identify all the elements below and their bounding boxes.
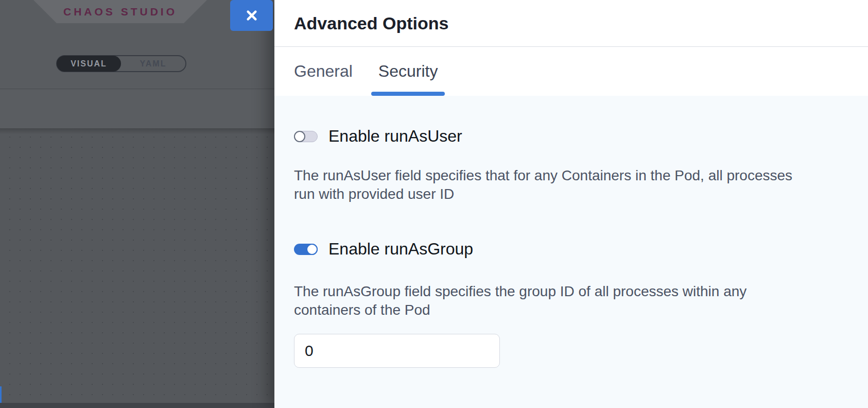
- brand-banner: CHAOS STUDIO: [33, 0, 207, 23]
- canvas-toolbar-strip: [0, 90, 274, 128]
- description-line: containers of the Pod: [294, 301, 848, 319]
- description-line: run with provided user ID: [294, 185, 848, 203]
- security-tab-content: Enable runAsUser The runAsUser field spe…: [274, 96, 868, 368]
- toggle-knob: [306, 244, 318, 255]
- drawer-close-button[interactable]: [230, 0, 273, 31]
- run-as-group-section: Enable runAsGroup The runAsGroup field s…: [294, 240, 848, 368]
- run-as-group-toggle-label: Enable runAsGroup: [328, 240, 473, 259]
- workflow-dot-canvas[interactable]: [0, 128, 274, 408]
- canvas-bottom-strip: [0, 403, 274, 408]
- advanced-options-drawer: Advanced Options General Security Enable…: [274, 0, 868, 408]
- tab-general[interactable]: General: [294, 47, 353, 96]
- x-close-icon: [244, 7, 260, 24]
- drawer-header: Advanced Options: [274, 0, 868, 47]
- toggle-knob: [294, 131, 305, 142]
- description-line: The runAsUser field specifies that for a…: [294, 166, 848, 185]
- visual-view-button[interactable]: VISUAL: [57, 56, 121, 72]
- run-as-group-id-input[interactable]: [294, 334, 500, 368]
- tab-general-label: General: [294, 62, 353, 81]
- run-as-user-toggle[interactable]: [294, 131, 318, 142]
- run-as-user-toggle-label: Enable runAsUser: [328, 127, 462, 146]
- view-mode-toggle: VISUAL YAML: [56, 55, 186, 72]
- tab-security-label: Security: [378, 62, 438, 81]
- drawer-tab-bar: General Security: [274, 47, 868, 96]
- run-as-user-description: The runAsUser field specifies that for a…: [294, 166, 848, 203]
- canvas-backdrop: CHAOS STUDIO VISUAL YAML: [0, 0, 274, 408]
- tab-security[interactable]: Security: [378, 47, 438, 96]
- run-as-group-toggle[interactable]: [294, 244, 318, 255]
- brand-title: CHAOS STUDIO: [63, 6, 177, 18]
- run-as-group-toggle-row: Enable runAsGroup: [294, 240, 848, 259]
- run-as-user-toggle-row: Enable runAsUser: [294, 127, 848, 146]
- run-as-user-section: Enable runAsUser The runAsUser field spe…: [294, 127, 848, 203]
- yaml-view-button[interactable]: YAML: [121, 56, 185, 71]
- drawer-title: Advanced Options: [294, 13, 448, 33]
- run-as-group-description: The runAsGroup field specifies the group…: [294, 282, 848, 319]
- description-line: The runAsGroup field specifies the group…: [294, 282, 848, 301]
- left-edge-accent: [0, 386, 2, 403]
